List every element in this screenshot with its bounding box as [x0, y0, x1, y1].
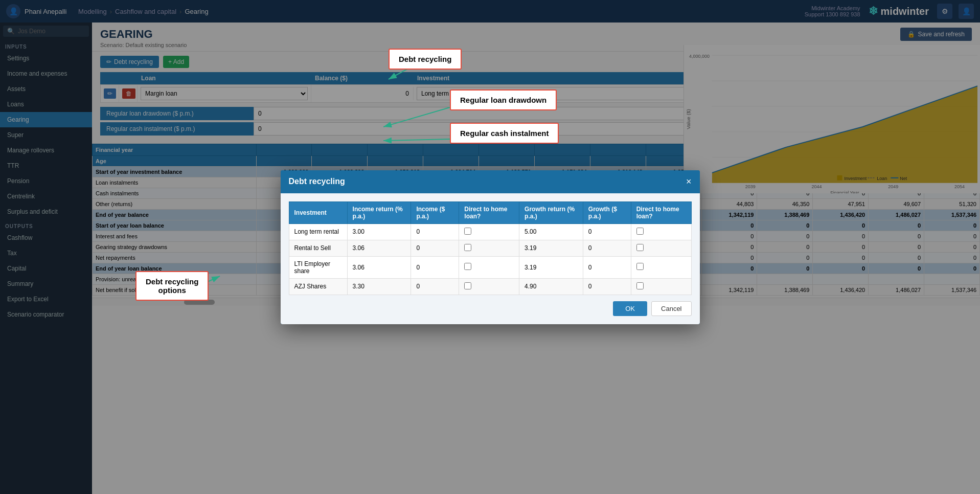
- checkbox-direct-growth-3[interactable]: [636, 263, 644, 270]
- checkbox-direct-growth-2[interactable]: [636, 244, 644, 251]
- modal-th-direct-income: Direct to home loan?: [459, 201, 519, 223]
- modal-growth-4: 0: [583, 278, 631, 295]
- modal-overlay: Debt recycling × Investment Income retur…: [0, 0, 980, 494]
- checkbox-direct-growth-4[interactable]: [636, 282, 644, 289]
- modal-income-2: 0: [411, 240, 459, 256]
- modal-th-income-rate: Income return (% p.a.): [347, 201, 411, 223]
- modal-table: Investment Income return (% p.a.) Income…: [289, 201, 692, 295]
- modal-row-lti: LTI Employer share 3.06 0 3.19 0: [289, 256, 691, 278]
- cancel-button[interactable]: Cancel: [651, 301, 691, 316]
- modal-direct-growth-4: [631, 278, 691, 295]
- checkbox-direct-income-3[interactable]: [464, 263, 471, 270]
- modal-growth-rate-3: 3.19: [519, 256, 583, 278]
- modal-body: Investment Income return (% p.a.) Income…: [281, 193, 700, 324]
- annotation-regular-cash: Regular cash instalment: [450, 123, 559, 144]
- modal-th-growth-rate: Growth return (% p.a.): [519, 201, 583, 223]
- modal-growth-2: 0: [583, 240, 631, 256]
- modal-close-button[interactable]: ×: [686, 176, 692, 187]
- modal-direct-income-3: [459, 256, 519, 278]
- modal-income-1: 0: [411, 223, 459, 240]
- modal-investment-3: LTI Employer share: [289, 256, 347, 278]
- modal-th-direct-growth: Direct to home loan?: [631, 201, 691, 223]
- modal-growth-rate-2: 3.19: [519, 240, 583, 256]
- checkbox-direct-income-1[interactable]: [464, 228, 471, 235]
- modal-income-rate-4: 3.30: [347, 278, 411, 295]
- modal-growth-1: 0: [583, 223, 631, 240]
- debt-recycling-modal: Debt recycling × Investment Income retur…: [281, 170, 700, 324]
- modal-direct-income-2: [459, 240, 519, 256]
- modal-row-rental-sell: Rental to Sell 3.06 0 3.19 0: [289, 240, 691, 256]
- modal-direct-income-1: [459, 223, 519, 240]
- modal-table-header: Investment Income return (% p.a.) Income…: [289, 201, 691, 223]
- modal-investment-1: Long term rental: [289, 223, 347, 240]
- modal-investment-4: AZJ Shares: [289, 278, 347, 295]
- modal-th-growth: Growth ($ p.a.): [583, 201, 631, 223]
- checkbox-direct-growth-1[interactable]: [636, 228, 644, 235]
- modal-income-3: 0: [411, 256, 459, 278]
- modal-direct-growth-2: [631, 240, 691, 256]
- modal-row-long-term-rental: Long term rental 3.00 0 5.00 0: [289, 223, 691, 240]
- checkbox-direct-income-2[interactable]: [464, 244, 471, 251]
- annotation-regular-loan: Regular loan drawdown: [450, 89, 557, 110]
- modal-header: Debt recycling ×: [281, 170, 700, 193]
- modal-th-investment: Investment: [289, 201, 347, 223]
- modal-direct-income-4: [459, 278, 519, 295]
- modal-growth-3: 0: [583, 256, 631, 278]
- modal-income-rate-2: 3.06: [347, 240, 411, 256]
- modal-title: Debt recycling: [289, 177, 345, 186]
- annotation-debt-recycling: Debt recycling: [389, 49, 462, 70]
- ok-button[interactable]: OK: [613, 301, 647, 316]
- annotation-debt-options: Debt recyclingoptions: [135, 271, 209, 301]
- modal-footer: OK Cancel: [289, 301, 692, 316]
- modal-growth-rate-4: 4.90: [519, 278, 583, 295]
- modal-direct-growth-1: [631, 223, 691, 240]
- modal-growth-rate-1: 5.00: [519, 223, 583, 240]
- modal-income-rate-1: 3.00: [347, 223, 411, 240]
- modal-th-income: Income ($ p.a.): [411, 201, 459, 223]
- modal-income-rate-3: 3.06: [347, 256, 411, 278]
- modal-row-azj: AZJ Shares 3.30 0 4.90 0: [289, 278, 691, 295]
- checkbox-direct-income-4[interactable]: [464, 282, 471, 289]
- modal-income-4: 0: [411, 278, 459, 295]
- modal-direct-growth-3: [631, 256, 691, 278]
- modal-investment-2: Rental to Sell: [289, 240, 347, 256]
